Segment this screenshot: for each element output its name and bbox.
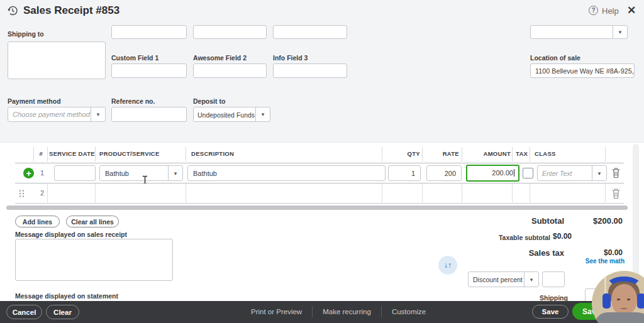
receipt-message-label: Message displayed on sales receipt bbox=[15, 231, 127, 238]
chevron-down-icon[interactable]: ▾ bbox=[255, 107, 270, 121]
cell-divider bbox=[605, 183, 606, 204]
person-mouth bbox=[621, 308, 627, 309]
table-row[interactable] bbox=[15, 183, 624, 204]
horizontal-scrollbar[interactable] bbox=[6, 205, 628, 210]
taxable-subtotal-label: Taxable subtotal bbox=[469, 234, 550, 241]
person-eye bbox=[617, 298, 620, 300]
product-service-select[interactable]: Bathtub ▾ bbox=[99, 165, 183, 181]
chevron-down-icon[interactable]: ▾ bbox=[524, 272, 538, 287]
close-icon[interactable]: ✕ bbox=[627, 4, 636, 17]
add-lines-button[interactable]: Add lines bbox=[15, 216, 60, 227]
col-rate: RATE bbox=[421, 150, 459, 157]
payment-method-select[interactable]: Choose payment method ▾ bbox=[8, 107, 106, 122]
shipping-to-label: Shipping to bbox=[8, 30, 44, 38]
tax-checkbox[interactable] bbox=[523, 168, 533, 178]
footer-center-actions: Print or Preview Make recurring Customiz… bbox=[241, 304, 436, 319]
taxable-subtotal-value: $0.00 bbox=[552, 232, 572, 241]
customize-button[interactable]: Customize bbox=[382, 308, 436, 315]
sales-tax-label: Sales tax bbox=[491, 248, 564, 258]
discount-type-select[interactable]: Discount percent ▾ bbox=[468, 271, 539, 287]
chevron-down-icon[interactable]: ▾ bbox=[613, 26, 627, 38]
cell-divider bbox=[95, 183, 96, 204]
chevron-down-icon[interactable]: ▾ bbox=[592, 166, 606, 180]
help-label[interactable]: Help bbox=[602, 6, 619, 16]
top-field-1[interactable] bbox=[111, 25, 187, 39]
sales-receipt-window: Sales Receipt #853 ? Help ✕ Shipping to … bbox=[0, 0, 644, 323]
history-icon[interactable] bbox=[6, 4, 19, 19]
custom-field-2-input[interactable] bbox=[193, 63, 267, 78]
location-of-sale-label: Location of sale bbox=[530, 54, 580, 62]
cell-divider bbox=[422, 183, 423, 204]
deposit-to-select[interactable]: Undeposited Funds ▾ bbox=[193, 107, 270, 122]
sales-tax-value: $0.00 bbox=[566, 248, 623, 257]
cell-divider bbox=[382, 183, 382, 204]
col-divider bbox=[95, 147, 96, 162]
location-of-sale-input[interactable]: 1100 Bellevue Way NE #8A-925, B bbox=[530, 63, 635, 78]
custom-field-3-label: Info Field 3 bbox=[273, 54, 308, 62]
unlabeled-select[interactable]: ▾ bbox=[530, 25, 628, 39]
cell-divider bbox=[512, 183, 513, 204]
cancel-button[interactable]: Cancel bbox=[6, 305, 42, 319]
col-divider bbox=[47, 147, 48, 162]
custom-field-1-input[interactable] bbox=[111, 63, 187, 78]
col-divider bbox=[605, 147, 606, 162]
rate-input[interactable]: 200 bbox=[426, 165, 462, 181]
clear-button[interactable]: Clear bbox=[46, 305, 79, 319]
col-divider bbox=[422, 147, 423, 162]
col-divider bbox=[186, 147, 186, 162]
payment-method-label: Payment method bbox=[8, 97, 61, 105]
shipping-to-textarea[interactable] bbox=[8, 41, 106, 79]
col-divider bbox=[530, 147, 530, 162]
subtotal-label: Subtotal bbox=[491, 216, 564, 226]
col-class: CLASS bbox=[535, 150, 556, 157]
cell-divider bbox=[530, 183, 530, 204]
col-qty: QTY bbox=[384, 150, 420, 157]
col-divider bbox=[512, 147, 513, 162]
person-eye bbox=[627, 298, 630, 300]
cell-divider bbox=[462, 183, 462, 204]
discount-value-input[interactable] bbox=[542, 271, 565, 287]
class-select[interactable]: Enter Text ▾ bbox=[537, 165, 607, 181]
delete-row-icon[interactable] bbox=[611, 188, 621, 202]
cell-divider bbox=[186, 183, 186, 204]
custom-field-2-label: Awesome Field 2 bbox=[193, 54, 247, 62]
deposit-to-label: Deposit to bbox=[193, 97, 225, 105]
top-field-3[interactable] bbox=[273, 25, 347, 39]
page-title: Sales Receipt #853 bbox=[23, 4, 119, 17]
drag-handle-icon[interactable] bbox=[18, 189, 25, 200]
col-service-date: SERVICE DATE bbox=[49, 150, 95, 157]
description-input[interactable]: Bathtub bbox=[187, 165, 386, 181]
col-amount: AMOUNT bbox=[465, 150, 511, 157]
print-or-preview-button[interactable]: Print or Preview bbox=[241, 308, 312, 315]
qty-input[interactable]: 1 bbox=[388, 165, 421, 181]
headphone-right bbox=[637, 293, 644, 309]
reference-no-label: Reference no. bbox=[111, 97, 155, 105]
service-date-input[interactable] bbox=[54, 165, 96, 181]
col-divider bbox=[382, 147, 382, 162]
row-number: 2 bbox=[33, 189, 44, 197]
make-recurring-button[interactable]: Make recurring bbox=[313, 308, 381, 315]
chevron-down-icon[interactable]: ▾ bbox=[168, 166, 182, 180]
swap-arrows-icon[interactable]: ↓↑ bbox=[438, 256, 457, 275]
clear-all-lines-button[interactable]: Clear all lines bbox=[66, 216, 119, 227]
col-tax: TAX bbox=[516, 150, 528, 157]
webcam-overlay bbox=[592, 271, 644, 323]
chevron-down-icon[interactable]: ▾ bbox=[91, 107, 105, 121]
top-field-2[interactable] bbox=[193, 25, 267, 39]
statement-message-label: Message displayed on statement bbox=[15, 292, 118, 300]
custom-field-1-label: Custom Field 1 bbox=[111, 54, 158, 62]
reference-no-input[interactable] bbox=[111, 107, 187, 122]
receipt-message-textarea[interactable] bbox=[15, 239, 173, 281]
delete-row-icon[interactable] bbox=[611, 167, 621, 181]
row-number: 1 bbox=[33, 169, 44, 177]
help-icon[interactable]: ? bbox=[589, 6, 598, 15]
text-caret bbox=[514, 169, 514, 177]
cell-divider bbox=[47, 183, 48, 204]
custom-field-3-input[interactable] bbox=[273, 63, 347, 78]
col-product-service: PRODUCT/SERVICE bbox=[99, 150, 160, 157]
see-the-math-link[interactable]: See the math bbox=[553, 258, 625, 265]
amount-input[interactable]: 200.00 bbox=[466, 165, 519, 182]
person-hoodie bbox=[595, 312, 644, 323]
col-divider bbox=[33, 147, 34, 162]
save-button[interactable]: Save bbox=[532, 305, 569, 319]
